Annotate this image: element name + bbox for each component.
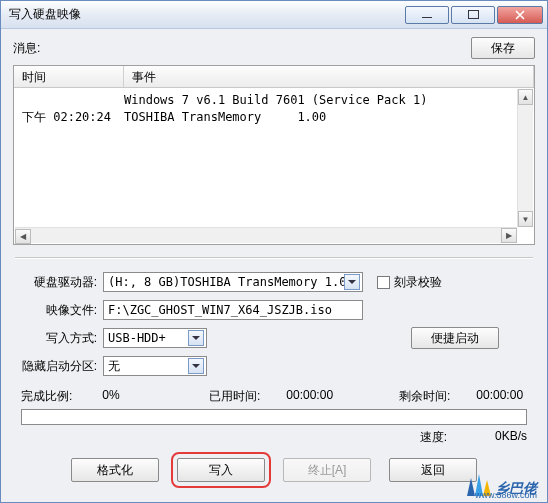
chevron-down-icon[interactable] <box>188 358 204 374</box>
drive-label: 硬盘驱动器: <box>21 274 103 291</box>
speed-label: 速度: <box>420 429 447 446</box>
mode-label: 写入方式: <box>21 330 103 347</box>
table-header: 时间 事件 <box>14 66 534 88</box>
content-area: 消息: 保存 时间 事件 Windows 7 v6.1 Build 7601 (… <box>1 29 547 492</box>
minimize-button[interactable] <box>405 6 449 24</box>
verify-checkbox[interactable]: 刻录校验 <box>377 274 442 291</box>
checkbox-box <box>377 276 390 289</box>
write-mode-select[interactable]: USB-HDD+ <box>103 328 207 348</box>
progress-area <box>21 409 527 425</box>
horizontal-scrollbar[interactable]: ◀ ▶ <box>15 227 517 243</box>
image-label: 映像文件: <box>21 302 103 319</box>
mode-value: USB-HDD+ <box>108 331 188 345</box>
close-icon <box>515 10 525 20</box>
progress-bar <box>21 409 527 425</box>
save-button[interactable]: 保存 <box>471 37 535 59</box>
divider <box>15 257 533 258</box>
abort-button: 终止[A] <box>283 458 371 482</box>
scroll-down-icon[interactable]: ▼ <box>518 211 533 227</box>
col-time[interactable]: 时间 <box>14 66 124 87</box>
stats-row: 完成比例: 0% 已用时间: 00:00:00 剩余时间: 00:00:00 <box>21 388 527 405</box>
elapsed-value: 00:00:00 <box>286 388 333 405</box>
maximize-button[interactable] <box>451 6 495 24</box>
drive-select[interactable]: (H:, 8 GB)TOSHIBA TransMemory 1.00 <box>103 272 363 292</box>
table-row: Windows 7 v6.1 Build 7601 (Service Pack … <box>22 92 526 109</box>
remain-label: 剩余时间: <box>399 388 450 405</box>
watermark: 乡巴佬 www.386w.com <box>465 472 537 498</box>
cell-event: Windows 7 v6.1 Build 7601 (Service Pack … <box>124 92 526 109</box>
done-value: 0% <box>102 388 119 405</box>
cell-event: TOSHIBA TransMemory 1.00 <box>124 109 526 126</box>
col-event[interactable]: 事件 <box>124 66 534 87</box>
chevron-down-icon[interactable] <box>344 274 360 290</box>
close-button[interactable] <box>497 6 543 24</box>
speed-value: 0KB/s <box>477 429 527 446</box>
quick-boot-button[interactable]: 便捷启动 <box>411 327 499 349</box>
message-label: 消息: <box>13 40 471 57</box>
scroll-left-icon[interactable]: ◀ <box>15 229 31 244</box>
action-buttons: 格式化 写入 终止[A] 返回 <box>13 458 535 482</box>
done-label: 完成比例: <box>21 388 72 405</box>
form-area: 硬盘驱动器: (H:, 8 GB)TOSHIBA TransMemory 1.0… <box>21 268 527 380</box>
log-table: 时间 事件 Windows 7 v6.1 Build 7601 (Service… <box>13 65 535 245</box>
hidden-label: 隐藏启动分区: <box>21 358 103 375</box>
image-path-input[interactable] <box>103 300 363 320</box>
drive-value: (H:, 8 GB)TOSHIBA TransMemory 1.00 <box>108 275 344 289</box>
window-title: 写入硬盘映像 <box>5 6 403 23</box>
write-button[interactable]: 写入 <box>177 458 265 482</box>
dialog-window: 写入硬盘映像 消息: 保存 时间 事件 Windows 7 v6.1 Build… <box>0 0 548 503</box>
cell-time <box>22 92 124 109</box>
remain-value: 00:00:00 <box>476 388 523 405</box>
brand-url: www.386w.com <box>475 490 537 500</box>
return-button[interactable]: 返回 <box>389 458 477 482</box>
hidden-partition-select[interactable]: 无 <box>103 356 207 376</box>
table-body: Windows 7 v6.1 Build 7601 (Service Pack … <box>14 88 534 244</box>
table-row: 下午 02:20:24 TOSHIBA TransMemory 1.00 <box>22 109 526 126</box>
cell-time: 下午 02:20:24 <box>22 109 124 126</box>
titlebar: 写入硬盘映像 <box>1 1 547 29</box>
scroll-right-icon[interactable]: ▶ <box>501 228 517 243</box>
chevron-down-icon[interactable] <box>188 330 204 346</box>
format-button[interactable]: 格式化 <box>71 458 159 482</box>
hidden-value: 无 <box>108 358 188 375</box>
vertical-scrollbar[interactable]: ▲ ▼ <box>517 89 533 227</box>
scroll-up-icon[interactable]: ▲ <box>518 89 533 105</box>
elapsed-label: 已用时间: <box>209 388 260 405</box>
verify-label: 刻录校验 <box>394 274 442 291</box>
